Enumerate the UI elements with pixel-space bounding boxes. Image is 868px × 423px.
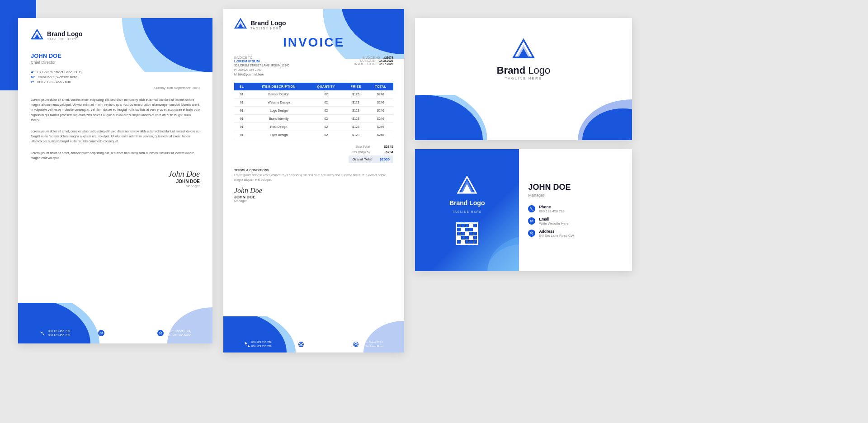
logo-text: Brand Logo TAGLINE HERE [47, 30, 83, 41]
table-cell: $246 [368, 99, 393, 107]
inv-bill-name: LOREM IPSUM [234, 59, 289, 63]
logo-brand: Brand Logo [47, 30, 83, 38]
table-cell: $246 [368, 123, 393, 131]
inv-subtotal-label: Sub Total [356, 145, 370, 149]
inv-footer-address: Lorem Street 0124, 000 Set Lane Road [353, 340, 384, 348]
bc-back-person-role: Manager [528, 193, 623, 197]
bc-email-info: Email Write Website Here [539, 217, 568, 226]
table-row: 01Website Design02$123$246 [234, 99, 393, 107]
inv-footer-email-text: Write Email Here [306, 342, 326, 346]
inv-bill-to-label: INVOICE TO [234, 56, 289, 59]
inv-phone-icon [244, 342, 250, 347]
bc-address-label: Address [539, 229, 574, 234]
lh-footer-address-text: Lorem Street 0124, 000 Set Lane Road [166, 329, 191, 337]
inv-grand-label: Grand Total [352, 157, 372, 161]
lh-footer-address: Lorem Street 0124, 000 Set Lane Road [157, 329, 191, 337]
bc-phone-value: 000 123.456 789 [539, 209, 564, 213]
lh-signature-block: John Doe JOHN DOE Manager [31, 169, 200, 188]
lh-person-title: Chief Director [31, 60, 200, 65]
bc-address-value: 04/ Set Lane Road CW [539, 234, 574, 238]
table-cell: $123 [344, 107, 368, 115]
inv-signature-block: John Doe JOHN DOE Manager [234, 187, 393, 202]
table-cell: $123 [344, 123, 368, 131]
inv-logo-icon [234, 18, 247, 31]
table-cell: 01 [234, 123, 249, 131]
lh-address: A: 87 Lorem Street Lane, 0812 [31, 70, 200, 74]
business-card-back: Brand Logo TAGLINE HERE JOHN DOE Manager [415, 149, 632, 271]
lh-address-label: A: [31, 70, 34, 74]
lh-sig-title: Manager [31, 184, 200, 188]
inv-sig-title: Manager [234, 199, 393, 202]
svg-point-9 [160, 332, 161, 333]
letterhead-content: Brand Logo TAGLINE HERE JOHN DOE Chief D… [18, 18, 212, 228]
table-cell: 02 [308, 107, 344, 115]
qr-code [456, 222, 478, 245]
lh-signature-script: John Doe [31, 169, 200, 179]
inv-grand-value: $2000 [380, 157, 390, 161]
lh-email: M: email here, website here [31, 75, 200, 79]
inv-terms-title: TERMS & CONDITIONS [234, 169, 393, 172]
table-cell: $123 [344, 115, 368, 123]
lh-footer-email: Write Email Here [98, 330, 129, 336]
lh-para-3: Lorem ipsum dolor sit amet, consectetuer… [31, 150, 200, 160]
inv-meta-inv-date: INVOICE DATE 22.07.2023 [354, 62, 393, 66]
table-cell: $246 [368, 90, 393, 99]
svg-rect-32 [530, 220, 533, 222]
table-cell: 02 [308, 115, 344, 123]
bc-phone-info: Phone 000 123.456 789 [539, 205, 564, 213]
table-row: 01Flyer Design02$123$246 [234, 131, 393, 139]
table-row: 01Banner Design02$123$246 [234, 90, 393, 99]
inv-footer-phone: 000 123.456 789 000 123.456 789 [244, 340, 272, 348]
table-cell: $246 [368, 107, 393, 115]
logo-tagline: TAGLINE HERE [47, 38, 83, 41]
invoice-title: INVOICE [234, 35, 393, 50]
inv-footer-address-text: Lorem Street 0124, 000 Set Lane Road [360, 340, 384, 348]
bc-back-logo-section: Brand Logo TAGLINE HERE [449, 176, 485, 245]
table-row: 01Post Design02$123$246 [234, 123, 393, 131]
letterhead-bottom-wave [18, 303, 212, 343]
col-total: TOTAL [368, 83, 393, 90]
inv-tax-value: $234 [377, 150, 393, 154]
letterhead-document: Brand Logo TAGLINE HERE JOHN DOE Chief D… [18, 18, 212, 343]
table-cell: Logo Design [249, 107, 308, 115]
brand-logo-icon [31, 29, 43, 42]
bc-phone-item: Phone 000 123.456 789 [528, 205, 623, 213]
lh-footer-email-text: Write Email Here [107, 331, 129, 335]
bc-front-brand-name: Brand Logo [497, 65, 551, 76]
table-cell: $246 [368, 115, 393, 123]
business-card-front: Brand Logo TAGLINE HERE [415, 18, 632, 140]
inv-email-icon [298, 342, 304, 347]
inv-meta-due-date: DUE DATE 02.08.2023 [354, 59, 393, 62]
lh-phone-label: P: [31, 80, 34, 84]
inv-bill-addr: 30 LOREM STREET LANE, IPSUM 12345 P: 000… [234, 63, 289, 76]
table-cell: 01 [234, 131, 249, 139]
lh-logo-row: Brand Logo TAGLINE HERE [31, 29, 200, 42]
bc-email-value: Write Website Here [539, 221, 568, 226]
lh-phone: P: 000 - 123 - 456 - 680 [31, 80, 200, 84]
bc-email-icon [528, 217, 535, 225]
svg-point-21 [415, 95, 483, 140]
table-row: 01Logo Design02$123$246 [234, 107, 393, 115]
bc-back-left: Brand Logo TAGLINE HERE [415, 149, 519, 271]
svg-rect-18 [299, 343, 303, 346]
table-cell: 02 [308, 90, 344, 99]
bc-phone-label: Phone [539, 205, 564, 209]
bc-email-item: Email Write Website Here [528, 217, 623, 226]
lh-para-2: Lorem ipsum dolor sit amet, cons ectetue… [31, 129, 200, 144]
table-cell: $123 [344, 131, 368, 139]
col-sl: SL [234, 83, 249, 90]
inv-terms: TERMS & CONDITIONS Lorem ipsum dolor sit… [234, 169, 393, 182]
bc-address-info: Address 04/ Set Lane Road CW [539, 229, 574, 238]
bc-back-tagline: TAGLINE HERE [453, 210, 482, 213]
email-icon [98, 330, 104, 336]
business-cards-column: Brand Logo TAGLINE HERE B [415, 18, 850, 271]
inv-logo-row: Brand Logo TAGLINE HERE [234, 18, 393, 31]
table-cell: $246 [368, 131, 393, 139]
location-icon [157, 330, 164, 336]
bc-location-icon [528, 230, 535, 237]
col-desc: ITEM DESCRIPTION [249, 83, 308, 90]
lh-email-value: email here, website here [38, 75, 77, 79]
table-cell: Banner Design [249, 90, 308, 99]
table-cell: Website Design [249, 99, 308, 107]
inv-logo-tagline: TAGLINE HERE [250, 27, 286, 30]
